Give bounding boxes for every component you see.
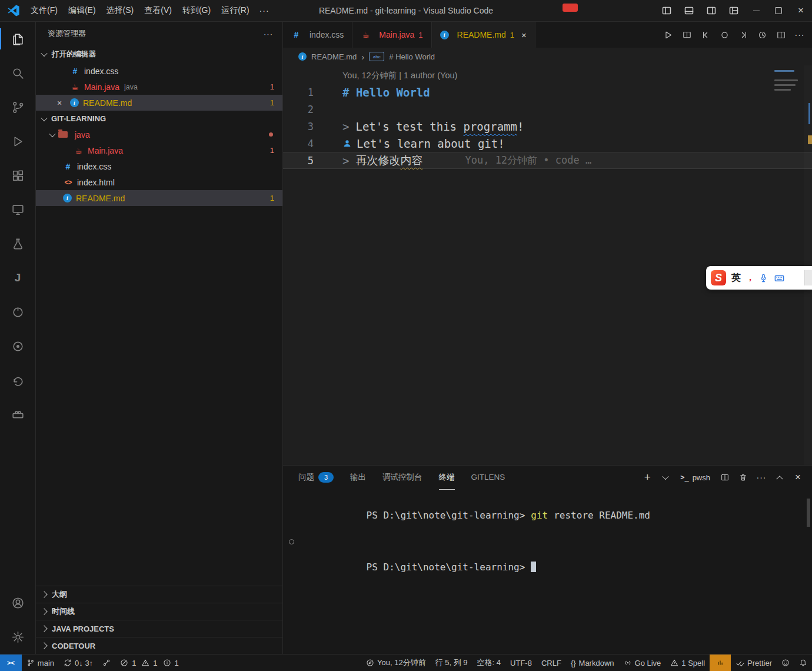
menu-file[interactable]: 文件(F) (25, 0, 63, 21)
explorer-icon[interactable] (0, 22, 35, 56)
section-timeline[interactable]: 时间线 (36, 603, 282, 620)
toggle-sidebar-icon[interactable] (655, 0, 678, 21)
open-editor-main-java[interactable]: ☕ Main.java java 1 (36, 79, 282, 95)
sidebar-more-actions-icon[interactable]: ··· (264, 29, 273, 38)
gradle-extension-icon[interactable] (0, 295, 35, 329)
open-preview-icon[interactable] (678, 26, 695, 44)
menu-overflow-icon[interactable]: ··· (255, 0, 274, 21)
menu-selection[interactable]: 选择(S) (101, 0, 139, 21)
kill-terminal-trash-icon[interactable] (736, 470, 750, 484)
terminal-profile-dropdown-icon[interactable] (658, 470, 673, 484)
testing-icon[interactable] (0, 227, 35, 261)
menu-view[interactable]: 查看(V) (139, 0, 177, 21)
ime-language-mode[interactable]: 英 (731, 272, 741, 284)
panel-tab-output[interactable]: 输出 (350, 466, 366, 490)
gitlens-blame-status[interactable]: You, 12分钟前 (361, 655, 431, 671)
workspace-root-header[interactable]: GIT-LEARNING (36, 111, 282, 127)
notifications-status[interactable] (794, 655, 812, 671)
container-extension-icon[interactable] (0, 397, 35, 431)
new-terminal-icon[interactable]: + (640, 470, 654, 484)
next-change-icon[interactable] (734, 26, 752, 44)
eol-status[interactable]: CRLF (537, 655, 566, 671)
maximize-button[interactable] (767, 0, 790, 21)
maximize-panel-icon[interactable] (773, 470, 787, 484)
extensions-icon[interactable] (0, 158, 35, 192)
menu-edit[interactable]: 编辑(E) (63, 0, 101, 21)
minimap[interactable] (774, 70, 800, 94)
open-changes-icon[interactable] (716, 26, 733, 44)
open-editors-header[interactable]: 打开的编辑器 (36, 45, 282, 63)
tab-index-css[interactable]: # index.css (283, 22, 352, 48)
prettier-status[interactable]: Prettier (731, 655, 777, 671)
close-editor-icon[interactable]: × (55, 98, 64, 108)
run-debug-icon[interactable] (0, 124, 35, 158)
spell-checker-status[interactable]: 1 Spell (665, 655, 710, 671)
run-file-icon[interactable] (659, 26, 677, 44)
feedback-status[interactable] (777, 655, 794, 671)
ime-toolbox-cut-icon[interactable] (804, 270, 812, 285)
tree-item-index-css[interactable]: # index.css (36, 158, 282, 174)
tree-item-main-java[interactable]: ☕ Main.java 1 (36, 142, 282, 158)
extension-status-orange[interactable] (710, 655, 731, 671)
problems-status[interactable]: 1 1 1 (115, 655, 186, 671)
breadcrumb-symbol[interactable]: # Hello World (389, 52, 435, 61)
source-control-icon[interactable] (0, 90, 35, 124)
git-graph-status[interactable] (98, 655, 115, 671)
open-editor-index-css[interactable]: # index.css (36, 63, 282, 79)
tab-main-java[interactable]: ☕ Main.java 1 (352, 22, 431, 48)
ime-toolbar[interactable]: S 英 ， (706, 266, 812, 290)
terminal[interactable]: PS D:\git\note\git-learning>gitrestore R… (283, 489, 812, 587)
virtual-keyboard-icon[interactable] (774, 273, 785, 284)
branch-status[interactable]: main (22, 655, 59, 671)
code-line-1[interactable]: 1 # Hello World (283, 84, 812, 101)
panel-tab-gitlens[interactable]: GITLENS (471, 466, 505, 490)
account-icon[interactable] (0, 586, 35, 620)
terminal-instance-pwsh[interactable]: >_ pwsh (677, 473, 714, 482)
open-editor-readme-md[interactable]: × README.md 1 (36, 95, 282, 111)
tree-item-readme-md[interactable]: README.md 1 (36, 190, 282, 206)
panel-tab-problems[interactable]: 问题 3 (298, 466, 334, 490)
breadcrumb-file[interactable]: README.md (311, 52, 357, 61)
codelens-authors[interactable]: You, 12分钟前 | 1 author (You) (342, 70, 812, 81)
encoding-status[interactable]: UTF-8 (505, 655, 537, 671)
editor-more-actions-icon[interactable]: ··· (791, 26, 808, 44)
remote-indicator[interactable]: >< (0, 655, 22, 671)
section-outline[interactable]: 大纲 (36, 586, 282, 603)
menu-run[interactable]: 运行(R) (216, 0, 254, 21)
language-mode-status[interactable]: {} Markdown (566, 655, 619, 671)
settings-gear-icon[interactable] (0, 620, 35, 654)
customize-layout-icon[interactable] (723, 0, 745, 21)
tree-folder-java[interactable]: java (36, 127, 282, 142)
tree-item-index-html[interactable]: <> index.html (36, 174, 282, 190)
sync-status[interactable]: 0↓ 3↑ (59, 655, 98, 671)
undo-arrow-extension-icon[interactable] (0, 363, 35, 397)
ime-punctuation-toggle[interactable]: ， (746, 273, 753, 283)
code-line-3[interactable]: 3 >Let's test this programm! (283, 118, 812, 135)
code-line-4[interactable]: 4 Let's learn about git! (283, 135, 812, 152)
code-line-5-current[interactable]: 5 >再次修改内容 You, 12分钟前 • code … (283, 152, 812, 169)
minimize-button[interactable] (745, 0, 767, 21)
java-extension-icon[interactable]: J (0, 261, 35, 295)
close-window-button[interactable]: × (790, 0, 812, 21)
toggle-secondary-sidebar-icon[interactable] (700, 0, 723, 21)
sogou-logo-icon[interactable]: S (711, 270, 726, 285)
toggle-panel-icon[interactable] (678, 0, 700, 21)
editor-code-area[interactable]: You, 12分钟前 | 1 author (You) 1 # Hello Wo… (283, 65, 812, 465)
search-icon[interactable] (0, 56, 35, 90)
close-tab-icon[interactable]: × (521, 30, 527, 40)
split-editor-icon[interactable] (772, 26, 790, 44)
indentation-status[interactable]: 空格: 4 (472, 655, 505, 671)
terminal-scrollbar[interactable] (807, 499, 810, 527)
remote-explorer-icon[interactable] (0, 192, 35, 227)
panel-tab-terminal[interactable]: 终端 (439, 466, 455, 490)
cursor-position-status[interactable]: 行 5, 列 9 (431, 655, 472, 671)
panel-tab-debug-console[interactable]: 调试控制台 (382, 466, 422, 490)
go-live-status[interactable]: Go Live (619, 655, 666, 671)
microphone-icon[interactable] (758, 273, 768, 283)
section-codetour[interactable]: CODETOUR (36, 637, 282, 654)
code-line-2[interactable]: 2 (283, 101, 812, 118)
file-history-icon[interactable] (753, 26, 771, 44)
command-decoration-icon[interactable] (289, 539, 294, 544)
split-terminal-icon[interactable] (718, 470, 732, 484)
codetour-target-icon[interactable] (0, 329, 35, 363)
